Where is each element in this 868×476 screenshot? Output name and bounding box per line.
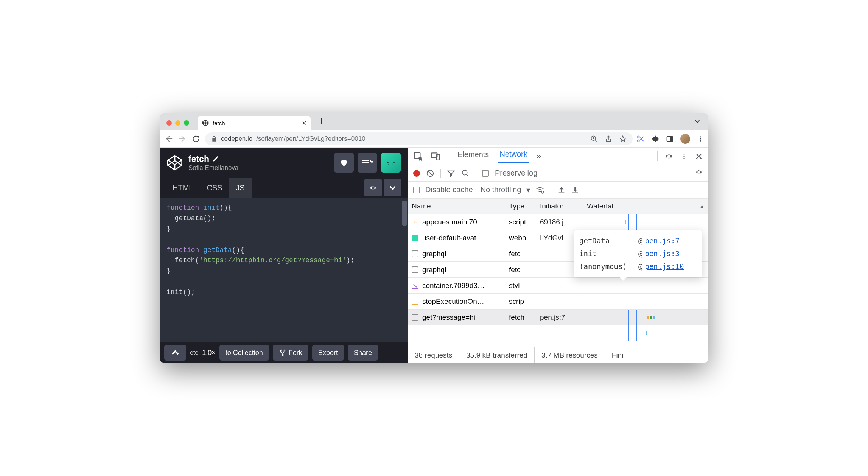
tab-list-button[interactable]: [694, 118, 701, 126]
fork-button[interactable]: Fork: [273, 345, 308, 361]
more-tabs-icon[interactable]: »: [537, 151, 541, 161]
table-row[interactable]: get?message=hi fetch pen.js:7: [408, 310, 708, 325]
dropdown-triangle-icon[interactable]: ▾: [526, 185, 530, 194]
browser-tab[interactable]: fetch ×: [198, 116, 311, 130]
codepen-favicon-icon: [202, 120, 209, 126]
wifi-icon[interactable]: [535, 185, 544, 194]
share-button[interactable]: Share: [348, 345, 378, 361]
address-bar[interactable]: codepen.io/sofiayem/pen/LYdGvLg?editors=…: [205, 132, 633, 145]
tooltip-link[interactable]: pen.js:10: [645, 260, 684, 273]
editor-tabs: HTML CSS JS: [160, 178, 408, 198]
pen-footer: ete 1.0× to Collection Fork Export Share: [160, 342, 408, 363]
url-host: codepen.io: [221, 135, 252, 143]
to-collection-button[interactable]: to Collection: [219, 345, 269, 361]
svg-point-4: [700, 138, 701, 139]
back-button[interactable]: [164, 135, 173, 143]
pen-header: fetch Sofia Emelianova: [160, 148, 408, 178]
throttling-select[interactable]: No throttling: [481, 185, 521, 194]
reload-icon: [192, 135, 200, 143]
status-finish: Fini: [605, 347, 630, 363]
window-zoom[interactable]: [184, 120, 189, 126]
window-minimize[interactable]: [175, 120, 180, 126]
devtools-tabbar: Elements Network »: [408, 148, 708, 165]
device-icon[interactable]: [431, 151, 440, 161]
network-toolbar-1: Preserve log: [408, 165, 708, 182]
forward-button[interactable]: [178, 135, 187, 143]
table-row[interactable]: <>appcues.main.70… script 69186.j…: [408, 214, 708, 230]
svg-point-14: [541, 191, 544, 193]
heart-button[interactable]: [334, 153, 354, 173]
window-close[interactable]: [166, 120, 172, 126]
editor-scrollbar[interactable]: [402, 201, 407, 226]
tab-close-icon[interactable]: ×: [302, 119, 306, 128]
search-icon[interactable]: [461, 169, 470, 177]
upload-icon[interactable]: [557, 186, 566, 194]
footer-fragment: ete: [190, 349, 198, 356]
codepen-logo-icon: [166, 154, 183, 171]
col-type[interactable]: Type: [505, 199, 536, 214]
pen-title: fetch: [188, 154, 209, 164]
table-row[interactable]: stopExecutionOn… scrip: [408, 294, 708, 310]
bookmark-star-icon[interactable]: [619, 135, 627, 143]
profile-avatar[interactable]: [680, 134, 690, 144]
status-resources: 3.7 MB resources: [535, 347, 605, 363]
settings-button[interactable]: [364, 179, 382, 196]
layout-button[interactable]: [358, 153, 377, 173]
codepen-panel: fetch Sofia Emelianova HTML: [160, 148, 408, 363]
code-editor[interactable]: function init(){ getData(); } function g…: [160, 198, 408, 342]
tab-css[interactable]: CSS: [200, 178, 229, 198]
svg-point-13: [462, 170, 467, 175]
layout-icon: [362, 158, 373, 167]
close-icon[interactable]: [695, 152, 703, 160]
download-icon[interactable]: [571, 186, 579, 194]
tab-js[interactable]: JS: [229, 178, 252, 198]
filter-icon[interactable]: [447, 169, 455, 177]
toolbar-extension-icons: [637, 134, 704, 144]
browser-toolbar: codepen.io/sofiayem/pen/LYdGvLg?editors=…: [160, 130, 708, 148]
tab-html[interactable]: HTML: [166, 178, 200, 198]
kebab-menu-icon[interactable]: [680, 152, 688, 160]
col-initiator[interactable]: Initiator: [536, 199, 583, 214]
kebab-menu-icon[interactable]: [697, 135, 704, 142]
col-name[interactable]: Name: [408, 199, 505, 214]
svg-rect-17: [412, 235, 418, 241]
share-icon[interactable]: [605, 135, 612, 143]
table-row[interactable]: container.7099d3… styl: [408, 278, 708, 294]
new-tab-button[interactable]: [316, 116, 327, 126]
footer-expand-button[interactable]: [164, 345, 186, 361]
col-waterfall[interactable]: Waterfall▲: [583, 199, 708, 214]
export-button[interactable]: Export: [312, 345, 344, 361]
inspect-icon[interactable]: [413, 151, 423, 161]
image-file-icon: [412, 235, 418, 241]
doc-file-icon: [412, 250, 418, 257]
devtools-panel: Elements Network » Preserve log: [408, 148, 708, 363]
sidepanel-icon[interactable]: [666, 135, 674, 143]
collapse-button[interactable]: [384, 179, 401, 196]
clear-icon[interactable]: [426, 169, 434, 177]
disable-cache-checkbox[interactable]: [413, 187, 420, 193]
tab-elements[interactable]: Elements: [456, 150, 490, 162]
js-file-icon: <>: [412, 219, 418, 226]
zoom-in-icon[interactable]: [590, 135, 598, 143]
tab-network[interactable]: Network: [498, 150, 529, 163]
scissors-icon[interactable]: [637, 135, 645, 143]
edit-pencil-icon[interactable]: [212, 156, 219, 162]
arrow-right-icon: [178, 135, 187, 143]
heart-icon: [339, 158, 348, 167]
extensions-icon[interactable]: [652, 135, 659, 143]
status-requests: 38 requests: [408, 347, 459, 363]
doc-file-icon: [412, 314, 418, 321]
reload-button[interactable]: [191, 135, 201, 143]
css-file-icon: [412, 282, 418, 289]
svg-rect-19: [412, 299, 418, 305]
record-button[interactable]: [413, 170, 420, 177]
preserve-log-checkbox[interactable]: [482, 170, 489, 177]
gear-icon[interactable]: [695, 168, 703, 176]
url-path: /sofiayem/pen/LYdGvLg?editors=0010: [256, 135, 365, 143]
tooltip-link[interactable]: pen.js:7: [645, 234, 680, 247]
gear-icon[interactable]: [664, 152, 674, 161]
tooltip-link[interactable]: pen.js:3: [645, 247, 680, 260]
chevron-down-icon: [694, 118, 701, 125]
footer-zoom[interactable]: 1.0×: [202, 349, 216, 357]
user-avatar[interactable]: [381, 153, 401, 173]
